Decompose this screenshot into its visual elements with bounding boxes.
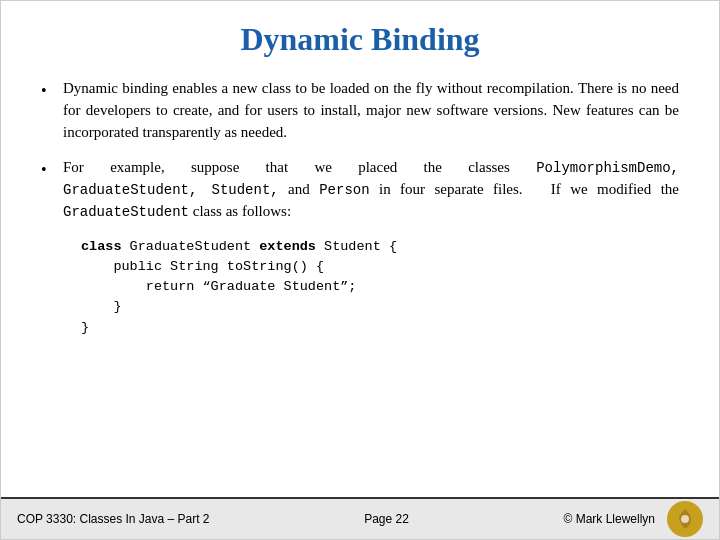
bullet-section: • Dynamic binding enables a new class to… xyxy=(41,78,679,338)
slide: Dynamic Binding • Dynamic binding enable… xyxy=(0,0,720,540)
bullet-text-2: For example, suppose that we placed the … xyxy=(63,157,679,222)
keyword-class: class xyxy=(81,239,122,254)
code-inline-3: GraduateStudent xyxy=(63,204,189,220)
bullet-dot-1: • xyxy=(41,78,63,102)
code-inline-2: Person xyxy=(319,182,369,198)
code-line-5: } xyxy=(81,318,679,338)
keyword-extends: extends xyxy=(259,239,316,254)
code-line-1: class GraduateStudent extends Student { xyxy=(81,237,679,257)
bullet-item-2: • For example, suppose that we placed th… xyxy=(41,157,679,222)
code-line-2: public String toString() { xyxy=(81,257,679,277)
footer-logo xyxy=(667,501,703,537)
footer: COP 3330: Classes In Java – Part 2 Page … xyxy=(1,497,719,539)
code-line-4: } xyxy=(81,297,679,317)
footer-left: COP 3330: Classes In Java – Part 2 xyxy=(17,512,210,526)
footer-center: Page 22 xyxy=(364,512,409,526)
footer-items: © Mark Llewellyn xyxy=(563,501,703,537)
logo-svg xyxy=(671,505,699,533)
slide-title: Dynamic Binding xyxy=(41,21,679,58)
content-area: Dynamic Binding • Dynamic binding enable… xyxy=(1,1,719,497)
bullet-dot-2: • xyxy=(41,157,63,181)
code-line-3: return “Graduate Student”; xyxy=(81,277,679,297)
svg-point-1 xyxy=(681,515,689,523)
footer-right: © Mark Llewellyn xyxy=(563,512,655,526)
bullet-text-1: Dynamic binding enables a new class to b… xyxy=(63,78,679,143)
bullet-item-1: • Dynamic binding enables a new class to… xyxy=(41,78,679,143)
code-block: class GraduateStudent extends Student { … xyxy=(81,237,679,338)
code-inline-1: PolymorphismDemo, GraduateStudent, Stude… xyxy=(63,160,679,198)
